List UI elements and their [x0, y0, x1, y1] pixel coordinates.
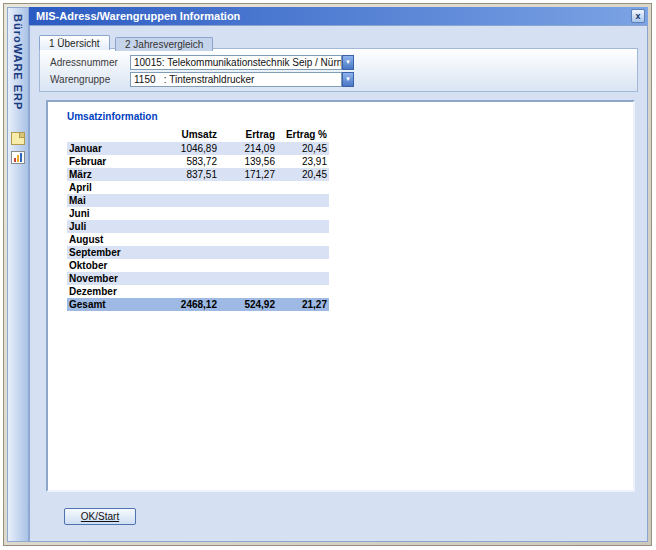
main-panel: Umsatzinformation Umsatz Ertrag Ertrag %…	[46, 100, 635, 492]
table-cell-umsatz	[153, 220, 219, 233]
table-cell-month: Januar	[67, 142, 153, 155]
form-panel: Adressnummer 10015: Telekommunikationste…	[39, 48, 638, 92]
table-cell-umsatz	[153, 272, 219, 285]
table-row: Oktober	[67, 259, 329, 272]
table-row: September	[67, 246, 329, 259]
table-cell-month: Dezember	[67, 285, 153, 298]
table-cell-umsatz	[153, 207, 219, 220]
table-row: Februar583,72139,5623,91	[67, 155, 329, 168]
adressnummer-dropdown-button[interactable]: ▾	[342, 55, 354, 70]
table-cell-ertrag	[219, 181, 277, 194]
table-row: März837,51171,2720,45	[67, 168, 329, 181]
table-cell-month: März	[67, 168, 153, 181]
table-cell-umsatz: 837,51	[153, 168, 219, 181]
adressnummer-field[interactable]: 10015: Telekommunikationstechnik Seip / …	[130, 55, 342, 70]
table-cell-ertrag_pct	[277, 220, 329, 233]
ok-start-label: OK/Start	[81, 511, 119, 522]
dropdown-icon: ▾	[346, 75, 350, 82]
table-cell-ertrag	[219, 285, 277, 298]
dropdown-icon: ▾	[346, 58, 350, 65]
table-cell-ertrag_pct	[277, 259, 329, 272]
table-cell-umsatz	[153, 285, 219, 298]
table-cell-month: Oktober	[67, 259, 153, 272]
close-icon: x	[635, 11, 640, 21]
table-cell-umsatz	[153, 259, 219, 272]
table-cell-month: Februar	[67, 155, 153, 168]
window-title: MIS-Adress/Warengruppen Information	[36, 10, 240, 22]
table-cell-ertrag_pct: 20,45	[277, 168, 329, 181]
table-cell-ertrag_pct	[277, 233, 329, 246]
table-cell-umsatz: 2468,12	[153, 298, 219, 311]
table-cell-ertrag	[219, 194, 277, 207]
table-cell-ertrag_pct	[277, 194, 329, 207]
table-row: Gesamt2468,12524,9221,27	[67, 298, 329, 311]
table-cell-ertrag: 214,09	[219, 142, 277, 155]
umsatz-table: Umsatzinformation Umsatz Ertrag Ertrag %…	[48, 102, 633, 311]
table-cell-ertrag	[219, 207, 277, 220]
table-cell-umsatz	[153, 194, 219, 207]
table-row: November	[67, 272, 329, 285]
table-body: Januar1046,89214,0920,45Februar583,72139…	[67, 142, 633, 311]
header-spacer	[67, 127, 153, 142]
table-cell-ertrag_pct	[277, 272, 329, 285]
tab-jahresvergleich-label: 2 Jahresvergleich	[125, 39, 203, 50]
table-cell-ertrag: 524,92	[219, 298, 277, 311]
table-cell-ertrag_pct: 23,91	[277, 155, 329, 168]
table-cell-ertrag_pct	[277, 285, 329, 298]
table-cell-month: August	[67, 233, 153, 246]
note-icon[interactable]	[11, 132, 25, 145]
table-row: Januar1046,89214,0920,45	[67, 142, 329, 155]
table-row: Dezember	[67, 285, 329, 298]
table-header-row: Umsatz Ertrag Ertrag %	[67, 127, 329, 142]
table-cell-umsatz: 583,72	[153, 155, 219, 168]
table-row: Mai	[67, 194, 329, 207]
table-cell-ertrag: 139,56	[219, 155, 277, 168]
table-title: Umsatzinformation	[67, 111, 633, 122]
app-window: BüroWARE ERP MIS-Adress/Warengruppen Inf…	[3, 3, 652, 546]
table-cell-ertrag_pct: 20,45	[277, 142, 329, 155]
ok-start-button[interactable]: OK/Start	[64, 508, 136, 525]
table-cell-umsatz: 1046,89	[153, 142, 219, 155]
table-cell-month: Mai	[67, 194, 153, 207]
table-cell-umsatz	[153, 181, 219, 194]
titlebar: MIS-Adress/Warengruppen Information x	[29, 7, 648, 25]
adressnummer-row: Adressnummer 10015: Telekommunikationste…	[40, 55, 637, 70]
warengruppe-row: Warengruppe 1150 : Tintenstrahldrucker ▾	[40, 72, 637, 87]
table-cell-ertrag: 171,27	[219, 168, 277, 181]
header-umsatz: Umsatz	[153, 127, 219, 142]
table-cell-ertrag	[219, 272, 277, 285]
header-ertrag: Ertrag	[219, 127, 277, 142]
warengruppe-value: 1150 : Tintenstrahldrucker	[131, 73, 341, 86]
tab-uebersicht[interactable]: 1 Übersicht	[39, 35, 110, 50]
table-cell-ertrag	[219, 246, 277, 259]
tab-jahresvergleich[interactable]: 2 Jahresvergleich	[115, 37, 213, 51]
table-cell-month: November	[67, 272, 153, 285]
table-cell-month: September	[67, 246, 153, 259]
warengruppe-dropdown-button[interactable]: ▾	[342, 72, 354, 87]
warengruppe-label: Warengruppe	[50, 74, 110, 85]
content-area: 1 Übersicht 2 Jahresvergleich Adressnumm…	[29, 25, 648, 542]
brand-text: BüroWARE ERP	[12, 14, 24, 110]
table-cell-ertrag_pct	[277, 246, 329, 259]
table-cell-month: Juli	[67, 220, 153, 233]
table-cell-umsatz	[153, 233, 219, 246]
close-button[interactable]: x	[631, 9, 645, 23]
table-cell-month: Juni	[67, 207, 153, 220]
table-cell-month: Gesamt	[67, 298, 153, 311]
chart-icon[interactable]	[11, 151, 25, 164]
table-cell-ertrag	[219, 220, 277, 233]
table-row: April	[67, 181, 329, 194]
table-cell-ertrag_pct: 21,27	[277, 298, 329, 311]
table-row: Juli	[67, 220, 329, 233]
table-cell-umsatz	[153, 246, 219, 259]
warengruppe-field[interactable]: 1150 : Tintenstrahldrucker	[130, 72, 342, 87]
header-ertrag-pct: Ertrag %	[277, 127, 329, 142]
table-cell-ertrag	[219, 233, 277, 246]
table-cell-ertrag_pct	[277, 207, 329, 220]
adressnummer-label: Adressnummer	[50, 57, 118, 68]
table-cell-ertrag	[219, 259, 277, 272]
brand-strip: BüroWARE ERP	[7, 7, 29, 542]
table-cell-month: April	[67, 181, 153, 194]
tab-uebersicht-label: 1 Übersicht	[49, 38, 100, 49]
table-row: Juni	[67, 207, 329, 220]
